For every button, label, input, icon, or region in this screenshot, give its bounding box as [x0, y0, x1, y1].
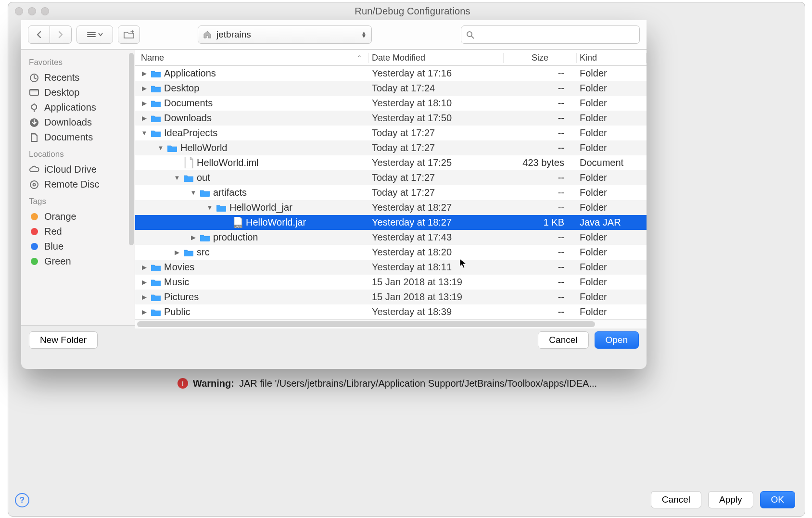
- sidebar-item-documents[interactable]: Documents: [26, 130, 135, 145]
- file-name: Documents: [164, 98, 213, 109]
- sidebar: Favorites RecentsDesktopApplicationsDown…: [21, 50, 135, 325]
- column-kind[interactable]: Kind: [577, 53, 647, 63]
- file-row[interactable]: HelloWorld.imlYesterday at 17:25423 byte…: [135, 155, 647, 170]
- file-name: artifacts: [213, 187, 247, 198]
- file-date: Yesterday at 18:20: [369, 247, 504, 258]
- disclosure-icon[interactable]: ▼: [190, 189, 197, 196]
- sidebar-item-applications[interactable]: Applications: [26, 100, 135, 115]
- help-button[interactable]: ?: [15, 493, 29, 507]
- file-name: Movies: [164, 262, 194, 273]
- disclosure-icon[interactable]: ▼: [174, 174, 180, 181]
- horizontal-scrollbar[interactable]: [135, 319, 647, 328]
- file-date: Today at 17:24: [369, 83, 504, 94]
- file-row[interactable]: ▶DesktopToday at 17:24--Folder: [135, 81, 647, 96]
- file-kind: Folder: [577, 277, 647, 288]
- sidebar-item-icloud-drive[interactable]: iCloud Drive: [26, 162, 135, 177]
- disclosure-icon[interactable]: ▶: [141, 278, 148, 286]
- file-row[interactable]: ▼HelloWorldToday at 17:27--Folder: [135, 140, 647, 155]
- updown-icon: ▲▼: [361, 31, 367, 38]
- zoom-traffic[interactable]: [41, 7, 49, 15]
- file-row[interactable]: ▶Pictures15 Jan 2018 at 13:19--Folder: [135, 290, 647, 304]
- new-folder-button[interactable]: New Folder: [29, 331, 98, 349]
- folder-icon: [216, 203, 227, 212]
- file-kind: Folder: [577, 187, 647, 198]
- disclosure-icon[interactable]: ▶: [141, 308, 148, 316]
- sidebar-head-tags: Tags: [29, 197, 133, 206]
- disclosure-icon[interactable]: ▼: [141, 129, 148, 137]
- tag-dot-icon: [29, 241, 39, 252]
- folder-icon: [151, 99, 161, 108]
- disclosure-icon[interactable]: ▶: [141, 114, 148, 122]
- sidebar-item-label: Remote Disc: [44, 179, 99, 190]
- column-size[interactable]: Size: [504, 53, 577, 63]
- folder-icon: [200, 233, 210, 242]
- file-kind: Java JAR: [577, 217, 647, 228]
- disclosure-icon[interactable]: ▼: [157, 144, 164, 152]
- sidebar-item-downloads[interactable]: Downloads: [26, 115, 135, 130]
- disclosure-icon[interactable]: ▶: [190, 234, 197, 241]
- file-row[interactable]: ▶DocumentsYesterday at 18:10--Folder: [135, 96, 647, 111]
- new-folder-toolbar-button[interactable]: [118, 25, 140, 44]
- sidebar-scrollbar[interactable]: [129, 53, 134, 245]
- disclosure-icon[interactable]: ▶: [141, 293, 148, 301]
- close-traffic[interactable]: [15, 7, 23, 15]
- traffic-lights: [15, 7, 49, 15]
- file-size: --: [504, 98, 577, 109]
- warning-text: JAR file '/Users/jetbrains/Library/Appli…: [239, 378, 597, 389]
- file-row[interactable]: ▼artifactsToday at 17:27--Folder: [135, 185, 647, 200]
- file-row[interactable]: ▶DownloadsYesterday at 17:50--Folder: [135, 111, 647, 126]
- file-row[interactable]: ▼IdeaProjectsToday at 17:27--Folder: [135, 126, 647, 140]
- view-mode-button[interactable]: [76, 25, 113, 44]
- file-row[interactable]: JARHelloWorld.jarYesterday at 18:271 KBJ…: [135, 215, 647, 230]
- outer-ok-button[interactable]: OK: [760, 491, 795, 508]
- folder-icon: [151, 84, 161, 93]
- column-date[interactable]: Date Modified: [369, 53, 504, 63]
- search-input[interactable]: [478, 29, 634, 40]
- file-row[interactable]: ▶ApplicationsYesterday at 17:16--Folder: [135, 66, 647, 81]
- minimize-traffic[interactable]: [28, 7, 36, 15]
- file-size: --: [504, 127, 577, 139]
- file-name: HelloWorld.jar: [246, 217, 306, 228]
- sidebar-item-desktop[interactable]: Desktop: [26, 85, 135, 100]
- file-size: 423 bytes: [504, 157, 577, 168]
- sidebar-item-remote-disc[interactable]: Remote Disc: [26, 177, 135, 192]
- disclosure-icon[interactable]: ▶: [141, 85, 148, 92]
- file-row[interactable]: ▶srcYesterday at 18:20--Folder: [135, 245, 647, 260]
- outer-cancel-button[interactable]: Cancel: [651, 491, 701, 508]
- disclosure-icon[interactable]: ▶: [141, 264, 148, 271]
- sidebar-item-label: Applications: [44, 102, 96, 113]
- file-date: Yesterday at 18:10: [369, 98, 504, 109]
- file-row[interactable]: ▶productionYesterday at 17:43--Folder: [135, 230, 647, 245]
- sidebar-item-label: Orange: [44, 211, 76, 222]
- disclosure-icon[interactable]: ▶: [174, 249, 180, 256]
- sidebar-item-blue[interactable]: Blue: [26, 239, 135, 254]
- file-row[interactable]: ▼HelloWorld_jarYesterday at 18:27--Folde…: [135, 200, 647, 215]
- disclosure-icon[interactable]: ▶: [141, 70, 148, 77]
- sidebar-item-recents[interactable]: Recents: [26, 70, 135, 85]
- file-size: --: [504, 113, 577, 124]
- disclosure-icon[interactable]: ▼: [206, 204, 213, 211]
- file-row[interactable]: ▶MoviesYesterday at 18:11--Folder: [135, 260, 647, 275]
- sidebar-item-orange[interactable]: Orange: [26, 209, 135, 224]
- file-size: --: [504, 172, 577, 183]
- nav-forward-button[interactable]: [50, 25, 72, 44]
- location-popup[interactable]: jetbrains ▲▼: [198, 25, 372, 44]
- sheet-cancel-button[interactable]: Cancel: [538, 331, 588, 349]
- file-row[interactable]: ▶PublicYesterday at 18:39--Folder: [135, 304, 647, 319]
- file-name: HelloWorld.iml: [197, 157, 259, 168]
- disclosure-icon[interactable]: ▶: [141, 100, 148, 107]
- sidebar-item-green[interactable]: Green: [26, 254, 135, 269]
- file-row[interactable]: ▶Music15 Jan 2018 at 13:19--Folder: [135, 275, 647, 290]
- search-field[interactable]: [461, 25, 640, 44]
- sheet-open-button[interactable]: Open: [595, 331, 639, 349]
- file-list: Name⌃ Date Modified Size Kind ▶Applicati…: [135, 50, 647, 325]
- outer-apply-button[interactable]: Apply: [708, 491, 753, 508]
- warning-bar: ! Warning: JAR file '/Users/jetbrains/Li…: [178, 375, 795, 392]
- file-row[interactable]: ▼outToday at 17:27--Folder: [135, 170, 647, 185]
- sidebar-item-red[interactable]: Red: [26, 224, 135, 239]
- search-icon: [466, 31, 474, 39]
- file-name: src: [197, 247, 210, 258]
- downloads-icon: [29, 117, 39, 128]
- column-name[interactable]: Name⌃: [135, 53, 369, 63]
- nav-back-button[interactable]: [28, 25, 50, 44]
